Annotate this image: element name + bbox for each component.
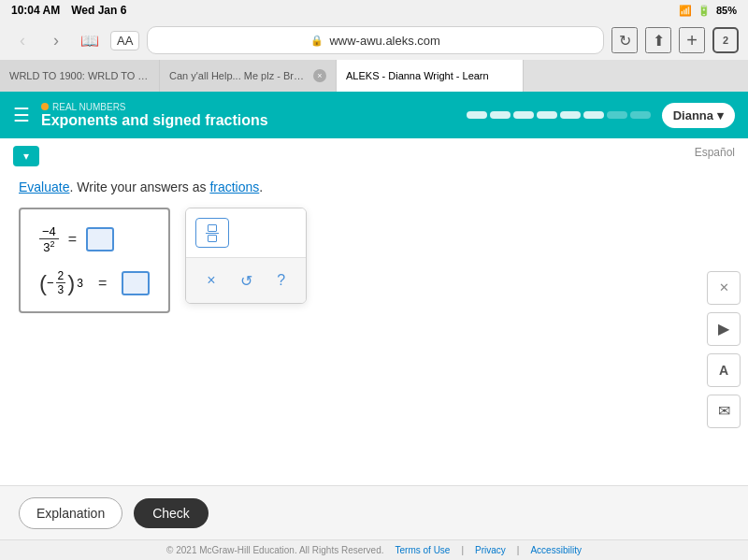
progress-seg-3 [513,111,534,119]
problem2-numerator: 2 [56,269,66,283]
tab-brainly[interactable]: Can y'all Help... Me plz - Brainly.com × [160,60,337,92]
share-button[interactable]: ⬆ [645,27,671,53]
browser-tabs: WRLD TO 1900: WRLD TO 1900-002 | Schoolo… [0,60,748,92]
problem2-expr: ( − 2 3 ) 3 [39,269,83,296]
problem1-answer[interactable] [86,227,114,251]
header-category: REAL NUMBERS [41,102,455,112]
battery-icon: 🔋 [698,5,711,17]
user-menu-button[interactable]: Dianna ▾ [662,103,735,128]
forward-button[interactable]: › [43,27,69,53]
collapse-button[interactable]: ▾ [13,146,39,166]
math-instruction: Evaluate. Write your answers as fraction… [0,138,748,208]
header-title-area: REAL NUMBERS Exponents and signed fracti… [41,102,455,129]
wifi-icon: 📶 [679,5,692,17]
app-header: ☰ REAL NUMBERS Exponents and signed frac… [0,92,748,138]
espanol-link[interactable]: Español [695,146,735,159]
progress-seg-8 [630,111,651,119]
tab-brainly-label: Can y'all Help... Me plz - Brainly.com [169,70,309,81]
close-tool-button[interactable]: ✕ [707,271,741,305]
tab-schoology-label: WRLD TO 1900: WRLD TO 1900-002 | Schoolo… [9,70,150,81]
instruction-end: . [259,179,263,194]
problem2-denominator: 3 [56,283,66,296]
time: 10:04 AM [11,4,60,17]
tabs-button[interactable]: 2 [712,27,739,53]
address-bar[interactable]: 🔒 www-awu.aleks.com [147,26,604,54]
fraction-bottom [208,235,217,242]
terms-link[interactable]: Terms of Use [396,545,451,555]
close-paren: ) [67,272,75,294]
tab-aleks-label: ALEKS - Dianna Wright - Learn [346,70,489,81]
problem-2-row: ( − 2 3 ) 3 = [39,269,150,296]
problem2-equals: = [98,275,107,292]
problem1-equals: = [68,231,77,248]
keyboard-bottom: × ↺ ? [186,258,306,303]
check-button[interactable]: Check [134,498,209,528]
fraction-button[interactable] [195,218,229,248]
url-text: www-awu.aleks.com [329,34,439,48]
text-icon: A [719,363,728,378]
progress-seg-6 [583,111,604,119]
fraction-line [206,233,219,234]
math-keyboard: × ↺ ? [185,208,307,304]
copyright-text: © 2021 McGraw-Hill Education. All Rights… [166,545,383,555]
evaluate-link[interactable]: Evaluate [19,179,69,194]
mail-icon: ✉ [718,402,730,420]
progress-seg-4 [537,111,557,119]
accessibility-link[interactable]: Accessibility [530,545,581,555]
new-tab-button[interactable]: + [679,27,705,53]
multiply-button[interactable]: × [196,266,226,295]
chevron-down-icon: ▾ [23,150,29,163]
back-button[interactable]: ‹ [9,27,36,53]
footer-bar: Explanation Check [0,485,748,539]
fractions-link[interactable]: fractions [209,179,259,194]
tab-brainly-close[interactable]: × [313,69,326,82]
video-tool-button[interactable]: ▶ [707,312,741,346]
separator2: | [517,545,520,555]
battery-level: 85% [716,5,737,16]
separator1: | [461,545,464,555]
chevron-down-icon: ▾ [717,108,724,122]
text-size-button[interactable]: AA [110,31,139,50]
bookmarks-icon: 📖 [77,27,103,53]
fraction-top [208,224,217,232]
minus-sign: − [47,276,54,290]
help-button[interactable]: ? [266,266,296,295]
instruction-middle: . Write your answers as [69,179,209,194]
category-dot [41,103,49,110]
user-name: Dianna [673,108,713,122]
category-label: REAL NUMBERS [52,102,126,112]
tab-schoology[interactable]: WRLD TO 1900: WRLD TO 1900-002 | Schoolo… [0,60,160,92]
video-icon: ▶ [718,320,729,337]
privacy-link[interactable]: Privacy [475,545,506,555]
problem1-fraction: −432 [39,224,59,254]
lock-icon: 🔒 [310,35,324,47]
problem2-fraction: 2 3 [56,269,66,296]
problem2-exponent: 3 [77,277,83,290]
reload-button[interactable]: ↻ [611,27,638,53]
close-tool-icon: ✕ [719,280,729,294]
page-title: Exponents and signed fractions [41,112,455,129]
problem2-answer[interactable] [122,271,150,295]
undo-button[interactable]: ↺ [231,266,261,295]
fraction-icon [206,224,219,242]
message-tool-button[interactable]: ✉ [707,395,741,428]
progress-seg-2 [490,111,511,119]
date: Wed Jan 6 [71,4,126,17]
open-paren: ( [39,272,47,294]
status-bar: 10:04 AM Wed Jan 6 📶 🔋 85% [0,0,748,21]
progress-bar [467,111,651,119]
problem1-denominator: 32 [40,239,57,254]
copyright-bar: © 2021 McGraw-Hill Education. All Rights… [0,539,748,560]
problem-box: −432 = ( − 2 3 ) 3 [19,208,170,313]
text-tool-button[interactable]: A [707,353,741,387]
explanation-button[interactable]: Explanation [19,497,122,529]
keyboard-top [186,208,306,258]
tab-aleks[interactable]: ALEKS - Dianna Wright - Learn [337,60,524,92]
progress-seg-1 [467,111,487,119]
progress-seg-5 [560,111,581,119]
math-problems: −432 = ( − 2 3 ) 3 [0,208,748,313]
browser-chrome: ‹ › 📖 AA 🔒 www-awu.aleks.com ↻ ⬆ + 2 [0,21,748,60]
right-tools: ✕ ▶ A ✉ [699,264,748,436]
menu-button[interactable]: ☰ [13,104,30,126]
problem1-numerator: −4 [39,224,59,239]
